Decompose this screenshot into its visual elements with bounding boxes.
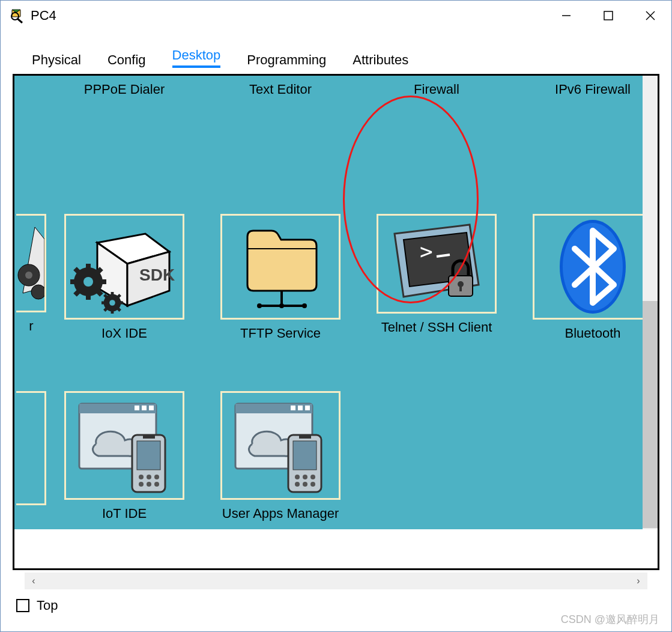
tab-bar: Physical Config Desktop Programming Attr… [1, 31, 671, 74]
window-title: PC4 [31, 8, 56, 23]
app-label: PPPoE Dialer [84, 82, 165, 97]
scrollbar-thumb[interactable] [643, 301, 658, 528]
svg-rect-54 [149, 406, 154, 410]
svg-text:SDK: SDK [139, 266, 175, 284]
close-button[interactable] [629, 1, 671, 31]
watermark-text: CSDN @邀风醉明月 [561, 612, 659, 627]
svg-rect-63 [143, 435, 155, 439]
app-tile-partial[interactable] [16, 391, 46, 505]
svg-rect-47 [459, 285, 462, 291]
svg-point-57 [139, 475, 144, 479]
app-label: User Apps Manager [222, 506, 339, 521]
svg-rect-52 [142, 406, 147, 410]
svg-point-71 [295, 475, 300, 479]
app-tile-pppoe-dialer[interactable] [64, 74, 184, 76]
iot-ide-icon [72, 393, 177, 498]
desktop-panel: PPPoE Dialer Text Editor [13, 74, 659, 570]
svg-point-60 [139, 482, 144, 487]
app-tile-tftp-service[interactable] [220, 214, 341, 320]
iox-ide-icon: SDK [70, 216, 178, 318]
user-apps-manager-icon [228, 393, 333, 498]
svg-rect-77 [299, 435, 311, 439]
vertical-scrollbar[interactable]: ▴ [643, 74, 658, 529]
app-tile-text-editor[interactable] [220, 74, 341, 76]
app-tile-bluetooth[interactable] [533, 214, 653, 320]
svg-point-29 [83, 277, 93, 287]
app-tile-iot-ide[interactable] [64, 391, 184, 500]
app-label: IoX IDE [101, 326, 147, 341]
app-label: TFTP Service [240, 326, 321, 341]
svg-point-59 [154, 475, 159, 479]
svg-point-19 [31, 285, 44, 299]
app-tile-partial[interactable] [16, 74, 46, 76]
top-checkbox-label: Top [37, 598, 58, 613]
svg-rect-56 [137, 441, 160, 470]
svg-text:>: > [420, 239, 433, 264]
tab-physical[interactable]: Physical [19, 46, 94, 74]
scroll-left-arrow-icon[interactable]: ‹ [25, 576, 43, 586]
app-tile-ipv6-firewall[interactable] [533, 74, 653, 76]
tab-attributes[interactable]: Attributes [339, 46, 422, 74]
svg-point-40 [279, 303, 284, 308]
svg-rect-70 [293, 441, 316, 470]
svg-point-73 [310, 475, 315, 479]
scroll-right-arrow-icon[interactable]: › [629, 576, 647, 586]
svg-point-76 [310, 482, 315, 487]
svg-line-2 [17, 19, 22, 23]
app-tile-user-apps-manager[interactable] [220, 391, 341, 500]
app-label: r [16, 318, 46, 334]
tftp-service-icon [229, 216, 331, 318]
svg-rect-68 [305, 406, 310, 410]
app-tile-iox-ide[interactable]: SDK [64, 214, 184, 320]
svg-rect-53 [135, 406, 139, 410]
app-tile-firewall[interactable] [377, 74, 497, 76]
top-checkbox[interactable] [16, 599, 29, 612]
app-tile-telnet-ssh-client[interactable]: > [377, 214, 497, 314]
svg-point-18 [25, 272, 32, 279]
svg-point-38 [257, 303, 262, 308]
app-label: Firewall [414, 82, 459, 97]
svg-point-72 [303, 475, 307, 479]
svg-point-35 [109, 300, 115, 306]
tab-programming[interactable]: Programming [234, 46, 339, 74]
maximize-button[interactable] [587, 1, 629, 31]
horizontal-scrollbar[interactable]: ‹ › [25, 573, 647, 589]
titlebar: PC4 [1, 1, 671, 31]
app-magnifier-icon [9, 8, 25, 23]
svg-point-74 [295, 482, 300, 487]
svg-point-58 [147, 475, 151, 479]
device-window: PC4 Physical Config Desktop Programming … [0, 0, 672, 632]
minimize-button[interactable] [545, 1, 587, 31]
svg-rect-67 [291, 406, 295, 410]
app-label: Telnet / SSH Client [381, 320, 492, 335]
app-label: Text Editor [249, 82, 312, 97]
telnet-ssh-icon: > [383, 216, 491, 312]
tab-desktop[interactable]: Desktop [159, 41, 234, 74]
svg-point-61 [147, 482, 151, 487]
svg-rect-4 [604, 11, 613, 20]
generic-app-icon [17, 221, 44, 305]
app-label: IPv6 Firewall [555, 82, 631, 97]
svg-point-62 [154, 482, 159, 487]
app-tile-partial[interactable] [16, 214, 46, 312]
app-label: Bluetooth [565, 326, 621, 341]
svg-point-39 [302, 303, 307, 308]
svg-rect-66 [298, 406, 303, 410]
app-label: IoT IDE [102, 506, 147, 521]
tab-config[interactable]: Config [94, 46, 159, 74]
svg-point-75 [303, 482, 307, 487]
bluetooth-icon [551, 216, 635, 318]
